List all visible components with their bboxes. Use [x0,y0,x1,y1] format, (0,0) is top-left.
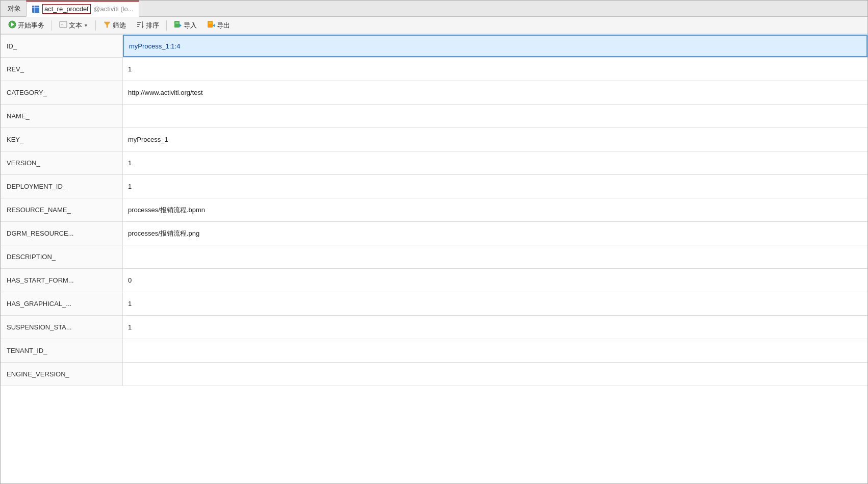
transaction-icon [8,20,16,30]
form-row: ENGINE_VERSION_ [1,363,867,386]
form-row: HAS_GRAPHICAL_... [1,292,867,316]
svg-rect-12 [175,22,178,22]
field-value-container [123,363,867,386]
text-dropdown-arrow: ▼ [84,23,88,28]
form-row: KEY_ [1,128,867,151]
main-window: 对象 act_re_procdef @activiti (lo... [0,0,868,484]
form-row: ID_ [1,34,867,58]
field-value-container [123,222,867,245]
field-input[interactable] [123,269,867,292]
field-value-container [123,175,867,198]
begin-transaction-button[interactable]: 开始事务 [4,18,49,32]
form-row: RESOURCE_NAME_ [1,198,867,222]
field-input[interactable] [123,222,867,245]
tab-bar: 对象 act_re_procdef @activiti (lo... [1,1,867,17]
field-value-container [123,58,867,81]
svg-rect-15 [208,21,213,28]
field-value-container [123,269,867,292]
field-input[interactable] [123,363,867,386]
field-input[interactable] [123,245,867,268]
form-area: ID_REV_CATEGORY_NAME_KEY_VERSION_DEPLOYM… [1,34,867,483]
svg-rect-11 [174,21,180,28]
field-label: DESCRIPTION_ [1,245,123,268]
field-label: ID_ [1,35,123,57]
field-label: HAS_START_FORM... [1,269,123,292]
form-row: DGRM_RESOURCE... [1,222,867,245]
tab-active[interactable]: act_re_procdef @activiti (lo... [26,1,139,17]
filter-button[interactable]: 筛选 [98,18,131,32]
field-input[interactable] [123,58,867,81]
field-input[interactable] [123,151,867,174]
import-icon [174,20,182,30]
form-row: NAME_ [1,105,867,128]
field-value-container [123,105,867,128]
sort-button[interactable]: 排序 [132,18,164,32]
field-input[interactable] [123,292,867,315]
field-value-container [123,339,867,362]
field-input[interactable] [123,81,867,104]
field-value-container [123,151,867,174]
svg-rect-17 [209,23,212,23]
form-row: DESCRIPTION_ [1,245,867,269]
divider-1 [52,20,52,31]
export-icon [207,20,215,30]
text-icon: T [59,20,67,30]
text-button[interactable]: T 文本 ▼ [55,18,93,32]
field-input[interactable] [123,339,867,362]
field-label: TENANT_ID_ [1,339,123,362]
svg-text:T: T [61,23,63,28]
field-value-container [123,81,867,104]
field-input[interactable] [123,316,867,339]
field-value-container [123,316,867,339]
form-row: SUSPENSION_STA... [1,316,867,339]
field-label: ENGINE_VERSION_ [1,363,123,386]
field-label: HAS_GRAPHICAL_... [1,292,123,315]
form-row: HAS_START_FORM... [1,269,867,292]
svg-rect-0 [32,6,39,13]
tab-static-label: 对象 [3,1,26,17]
field-label: SUSPENSION_STA... [1,316,123,339]
svg-rect-13 [175,23,178,23]
field-label: CATEGORY_ [1,81,123,104]
export-button[interactable]: 导出 [202,18,235,32]
field-label: RESOURCE_NAME_ [1,198,123,221]
divider-3 [166,20,167,31]
field-label: REV_ [1,58,123,81]
field-value-container [123,35,867,57]
field-input[interactable] [123,35,867,57]
field-label: DGRM_RESOURCE... [1,222,123,245]
field-input[interactable] [123,128,867,151]
field-label: DEPLOYMENT_ID_ [1,175,123,198]
field-label: NAME_ [1,105,123,128]
toolbar: 开始事务 T 文本 ▼ 筛选 [1,17,867,34]
sort-icon [136,20,144,30]
filter-icon [103,20,111,30]
svg-rect-16 [209,22,212,22]
divider-2 [95,20,96,31]
field-input[interactable] [123,175,867,198]
svg-marker-7 [104,22,110,28]
field-input[interactable] [123,105,867,128]
field-value-container [123,128,867,151]
form-row: REV_ [1,58,867,81]
field-label: VERSION_ [1,151,123,174]
import-button[interactable]: 导入 [169,18,201,32]
svg-marker-14 [180,24,182,27]
form-row: DEPLOYMENT_ID_ [1,175,867,198]
table-icon [32,5,40,13]
field-value-container [123,245,867,268]
field-value-container [123,292,867,315]
field-label: KEY_ [1,128,123,151]
form-row: TENANT_ID_ [1,339,867,363]
form-row: VERSION_ [1,151,867,175]
form-row: CATEGORY_ [1,81,867,105]
tab-title: act_re_procdef @activiti (lo... [42,5,134,13]
field-value-container [123,198,867,221]
svg-marker-18 [213,24,215,27]
field-input[interactable] [123,198,867,221]
